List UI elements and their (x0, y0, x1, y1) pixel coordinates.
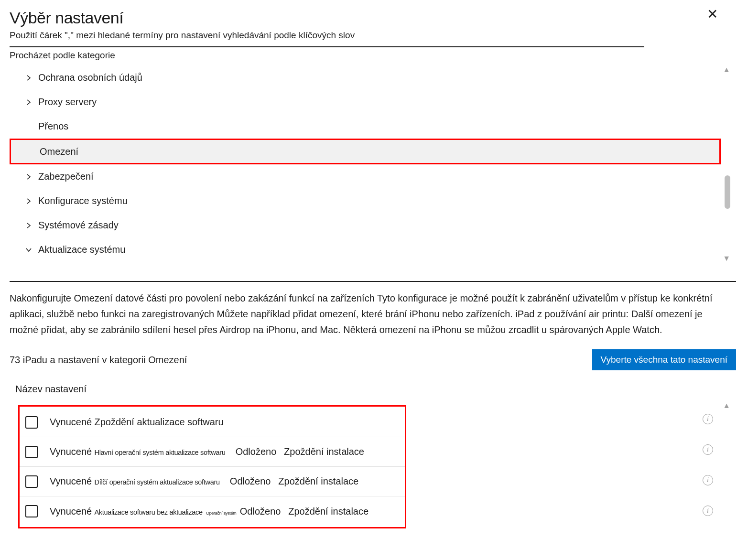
chevron-right-icon (21, 174, 36, 180)
select-all-button[interactable]: Vyberte všechna tato nastavení (592, 349, 736, 370)
category-label: Zabezpečení (38, 171, 94, 182)
setting-name: Vynucené Hlavní operační systém aktualiz… (50, 446, 364, 457)
scroll-down-icon[interactable]: ▼ (723, 254, 730, 263)
category-item-system-policies[interactable]: Systémové zásady (10, 213, 721, 237)
chevron-right-icon (21, 223, 36, 228)
setting-name: Vynucené Aktualizace softwaru bez aktual… (50, 506, 368, 517)
category-item-security[interactable]: Zabezpečení (10, 164, 721, 189)
category-label: Aktualizace systému (38, 244, 125, 255)
setting-row[interactable]: Vynucené Hlavní operační systém aktualiz… (20, 437, 405, 467)
category-label: Ochrana osobních údajů (38, 72, 142, 83)
checkbox[interactable] (25, 475, 38, 488)
scrollbar-thumb[interactable] (725, 175, 730, 209)
scroll-up-icon[interactable]: ▲ (723, 401, 730, 410)
category-label: Konfigurace systému (38, 195, 128, 206)
chevron-right-icon (21, 75, 36, 81)
close-icon[interactable]: ✕ (702, 6, 723, 22)
category-item-system-config[interactable]: Konfigurace systému (10, 189, 721, 213)
chevron-right-icon (21, 198, 36, 204)
checkbox[interactable] (25, 446, 38, 458)
setting-name: Vynucené Dílčí operační systém aktualiza… (50, 476, 358, 487)
setting-row[interactable]: Vynucené Dílčí operační systém aktualiza… (20, 467, 405, 496)
category-item-transfer[interactable]: Přenos (10, 114, 721, 139)
settings-name-header: Název nastavení (15, 384, 737, 395)
category-label: Omezení (40, 146, 78, 157)
info-icon[interactable]: i (703, 444, 713, 455)
browse-by-category-label: Procházet podle kategorie (10, 50, 737, 61)
info-icon[interactable]: i (703, 475, 713, 485)
setting-row[interactable]: Vynucené Aktualizace softwaru bez aktual… (20, 496, 405, 526)
category-description: Nakonfigurujte Omezení datové části pro … (10, 291, 737, 338)
divider (10, 281, 736, 282)
category-item-system-update[interactable]: Aktualizace systému (10, 237, 721, 262)
chevron-down-icon (21, 247, 36, 253)
category-item-restrictions[interactable]: Omezení (10, 139, 721, 164)
scroll-up-icon[interactable]: ▲ (723, 65, 730, 74)
checkbox[interactable] (25, 505, 38, 517)
category-label: Systémové zásady (38, 220, 119, 231)
dialog-subtitle: Použití čárek "," mezi hledané termíny p… (10, 30, 355, 41)
category-item-privacy[interactable]: Ochrana osobních údajů (10, 65, 721, 90)
info-icon[interactable]: i (703, 414, 713, 424)
category-list: Ochrana osobních údajů Proxy servery Pře… (10, 65, 721, 262)
category-label: Proxy servery (38, 97, 97, 108)
divider (10, 46, 644, 47)
dialog-title: Výběr nastavení (10, 9, 355, 27)
setting-name: Vynucené Zpoždění aktualizace softwaru (50, 417, 224, 428)
checkbox[interactable] (25, 416, 38, 429)
info-icon[interactable]: i (703, 506, 713, 516)
category-item-proxy[interactable]: Proxy servery (10, 90, 721, 114)
settings-list: Vynucené Zpoždění aktualizace softwaru V… (18, 405, 406, 528)
settings-count-label: 73 iPadu a nastavení v kategorii Omezení (10, 355, 187, 366)
chevron-right-icon (21, 99, 36, 105)
category-label: Přenos (38, 121, 68, 132)
setting-row[interactable]: Vynucené Zpoždění aktualizace softwaru (20, 408, 405, 437)
